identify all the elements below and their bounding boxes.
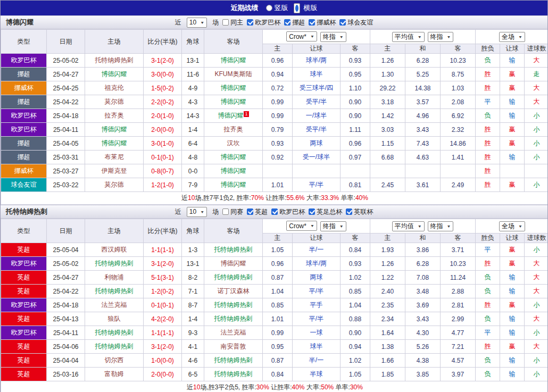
team-link[interactable]: 博德闪耀 [221, 84, 246, 91]
team-link[interactable]: 博德闪耀 [221, 56, 246, 64]
average-select[interactable]: 平均值▼ [392, 32, 425, 42]
score-link[interactable]: 1-1(1-1) [144, 326, 182, 340]
team-link[interactable]: 博德闪耀 [221, 181, 246, 188]
games-count-select[interactable]: 10▼ [187, 207, 207, 217]
team-link[interactable]: 托特纳姆热刺 [214, 356, 253, 364]
team-link[interactable]: 拉齐奥 [105, 112, 124, 119]
score-link[interactable]: 3-0(1-0) [144, 137, 182, 151]
games-count-select[interactable]: 10▼ [187, 18, 207, 28]
team-link[interactable]: 博德闪耀 [221, 98, 246, 105]
team-link[interactable]: 切尔西 [105, 356, 124, 364]
team-link[interactable]: 托特纳姆热刺 [95, 56, 134, 64]
team-link[interactable]: 西汉姆联 [102, 246, 127, 253]
score-link[interactable]: 5-1(3-1) [144, 271, 182, 285]
league-badge[interactable]: 欧罗巴杯 [1, 109, 47, 123]
bookmaker-select[interactable]: Crow*▼ [286, 221, 317, 231]
score-link[interactable]: 2-0(0-0) [144, 123, 182, 137]
same-filter-checkbox[interactable]: 同赛 [222, 207, 243, 216]
index-type-select[interactable]: 终指▼ [320, 32, 346, 42]
league-badge[interactable]: 英超 [1, 354, 47, 368]
league-badge[interactable]: 挪超 [1, 95, 47, 109]
league-badge[interactable]: 挪超 [1, 151, 47, 164]
average-select[interactable]: 平均值▼ [392, 221, 425, 231]
team-link[interactable]: 托特纳姆热刺 [214, 301, 253, 308]
team-link[interactable]: 拉齐奥 [224, 126, 243, 133]
league-badge[interactable]: 欧罗巴杯 [1, 123, 47, 137]
league-badge[interactable]: 欧罗巴杯 [1, 54, 47, 68]
league-filter-checkbox[interactable]: 球会友谊 [339, 18, 373, 27]
team-link[interactable]: KFUM奥斯陆 [215, 70, 252, 78]
team-link[interactable]: 法兰克福 [102, 301, 127, 308]
team-link[interactable]: 博德闪耀 [221, 167, 246, 174]
league-badge[interactable]: 球会友谊 [1, 178, 47, 192]
score-link[interactable]: 1-0(0-0) [144, 354, 182, 368]
scope-select[interactable]: 全场▼ [499, 221, 525, 231]
view-option[interactable]: 横版 [292, 3, 318, 13]
league-filter-checkbox[interactable]: 英足总杯 [309, 207, 342, 216]
team-link[interactable]: 博德闪耀 [218, 112, 243, 119]
league-filter-checkbox[interactable]: 欧罗巴杯 [247, 18, 280, 27]
same-filter-checkbox[interactable]: 同主 [222, 18, 243, 27]
score-link[interactable]: 0-8(0-7) [144, 164, 182, 178]
team-link[interactable]: 布莱尼 [105, 153, 124, 161]
team-link[interactable]: 祖克伦 [105, 84, 124, 91]
league-badge[interactable]: 英超 [1, 368, 47, 381]
score-link[interactable]: 2-0(0-0) [144, 368, 182, 381]
league-badge[interactable]: 挪超 [1, 68, 47, 81]
team-link[interactable]: 法兰克福 [221, 329, 246, 336]
team-link[interactable]: 托特纳姆热刺 [95, 287, 134, 295]
team-link[interactable]: 莫尔德 [105, 98, 124, 105]
score-link[interactable]: 3-1(2-0) [144, 340, 182, 354]
score-link[interactable]: 1-2(1-0) [144, 178, 182, 192]
league-badge[interactable]: 英超 [1, 271, 47, 285]
league-filter-checkbox[interactable]: 挪威杯 [309, 18, 336, 27]
index-type-select[interactable]: 终指▼ [320, 221, 346, 231]
view-option[interactable]: 竖版 [266, 3, 288, 13]
score-link[interactable]: 0-1(0-1) [144, 298, 182, 312]
team-link[interactable]: 博德闪耀 [221, 153, 246, 161]
league-badge[interactable]: 挪威杯 [1, 81, 47, 95]
team-link[interactable]: 南安普敦 [221, 343, 246, 350]
score-link[interactable]: 0-1(0-1) [144, 151, 182, 164]
team-link[interactable]: 博德闪耀 [102, 139, 127, 147]
league-badge[interactable]: 挪超 [1, 137, 47, 151]
league-filter-checkbox[interactable]: 英联杯 [346, 207, 373, 216]
team-link[interactable]: 诺丁汉森林 [218, 287, 250, 295]
league-badge[interactable]: 欧罗巴杯 [1, 257, 47, 271]
score-link[interactable]: 3-1(2-0) [144, 257, 182, 271]
team-link[interactable]: 博德闪耀 [221, 260, 246, 267]
team-link[interactable]: 托特纳姆热刺 [95, 343, 134, 350]
index-type-select[interactable]: 终指▼ [428, 32, 454, 42]
score-link[interactable]: 1-1(1-1) [144, 243, 182, 257]
league-filter-checkbox[interactable]: 欧罗巴杯 [271, 207, 305, 216]
team-link[interactable]: 托特纳姆热刺 [214, 315, 253, 322]
league-badge[interactable]: 欧罗巴杯 [1, 298, 47, 312]
team-link[interactable]: 托特纳姆热刺 [214, 370, 253, 378]
league-badge[interactable]: 英超 [1, 340, 47, 354]
league-filter-checkbox[interactable]: 挪超 [284, 18, 305, 27]
score-link[interactable]: 4-2(2-0) [144, 312, 182, 326]
team-link[interactable]: 托特纳姆热刺 [214, 246, 253, 253]
team-link[interactable]: 博德闪耀 [102, 70, 127, 78]
team-link[interactable]: 托特纳姆热刺 [214, 273, 253, 281]
score-link[interactable]: 2-2(0-2) [144, 95, 182, 109]
team-link[interactable]: 利物浦 [105, 273, 124, 281]
team-link[interactable]: 博德闪耀 [102, 126, 127, 133]
team-link[interactable]: 狼队 [108, 315, 121, 322]
scope-select[interactable]: 全场▼ [499, 32, 525, 42]
score-link[interactable]: 3-1(2-0) [144, 54, 182, 68]
league-badge[interactable]: 挪威杯 [1, 164, 47, 178]
team-link[interactable]: 托特纳姆热刺 [95, 260, 134, 267]
team-link[interactable]: 富勒姆 [105, 370, 124, 378]
index-type-select[interactable]: 终指▼ [428, 221, 454, 231]
score-link[interactable]: 1-2(0-2) [144, 285, 182, 298]
score-link[interactable]: 1-5(0-2) [144, 81, 182, 95]
league-filter-checkbox[interactable]: 英超 [247, 207, 268, 216]
team-link[interactable]: 汉坎 [227, 139, 240, 147]
bookmaker-select[interactable]: Crow*▼ [286, 31, 317, 41]
league-badge[interactable]: 英超 [1, 285, 47, 298]
league-badge[interactable]: 英超 [1, 312, 47, 326]
score-link[interactable]: 3-0(0-0) [144, 68, 182, 81]
league-badge[interactable]: 英超 [1, 243, 47, 257]
team-link[interactable]: 莫尔德 [105, 181, 124, 188]
